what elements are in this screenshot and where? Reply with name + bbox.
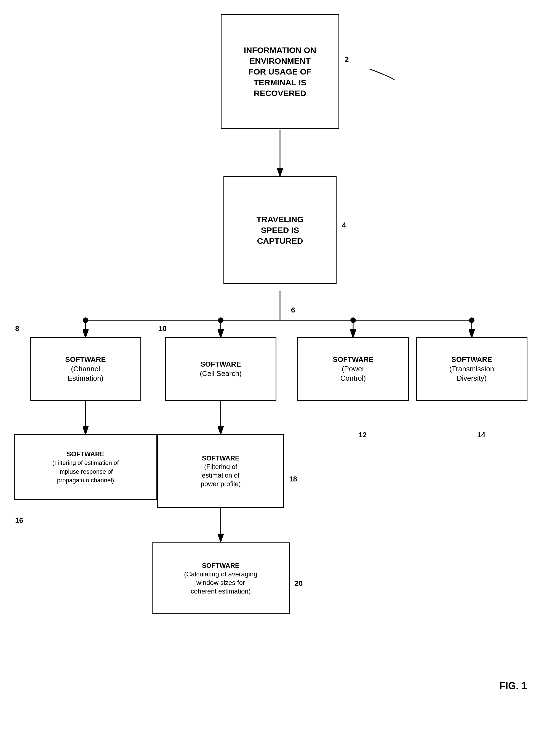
node18-box: SOFTWARE(Filtering ofestimation ofpower …	[157, 434, 284, 508]
label-12: 12	[358, 431, 367, 439]
svg-point-4	[83, 317, 88, 323]
node10-box: SOFTWARE(Cell Search)	[165, 337, 276, 401]
node8-label: SOFTWARE(ChannelEstimation)	[65, 355, 106, 383]
label-16: 16	[15, 516, 23, 525]
svg-point-5	[218, 317, 223, 323]
node20-label: SOFTWARE(Calculating of averagingwindow …	[184, 561, 257, 596]
label-8: 8	[15, 324, 19, 333]
node10-label: SOFTWARE(Cell Search)	[200, 360, 242, 379]
node12-label: SOFTWARE(PowerControl)	[333, 355, 373, 383]
node4-label: TRAVELING SPEED IS CAPTURED	[256, 214, 303, 246]
node14-label: SOFTWARE(TransmissionDiversity)	[449, 355, 494, 383]
node12-box: SOFTWARE(PowerControl)	[297, 337, 409, 401]
node4-box: TRAVELING SPEED IS CAPTURED	[223, 176, 337, 284]
label-20: 20	[295, 579, 303, 588]
svg-point-6	[350, 317, 356, 323]
node20-box: SOFTWARE(Calculating of averagingwindow …	[152, 542, 290, 614]
node14-box: SOFTWARE(TransmissionDiversity)	[416, 337, 528, 401]
label-18: 18	[289, 475, 297, 483]
label-4: 4	[342, 221, 346, 229]
label-14: 14	[477, 431, 485, 439]
node2-label: INFORMATION ON ENVIRONMENT FOR USAGE OF …	[244, 45, 316, 99]
label-6: 6	[291, 306, 295, 314]
label-10: 10	[159, 324, 167, 333]
diagram: INFORMATION ON ENVIRONMENT FOR USAGE OF …	[0, 0, 560, 747]
svg-point-7	[469, 317, 475, 323]
node18-label: SOFTWARE(Filtering ofestimation ofpower …	[201, 454, 241, 488]
node16-box: SOFTWARE(Filtering of estimation ofimplu…	[14, 434, 157, 500]
node16-label: SOFTWARE(Filtering of estimation ofimplu…	[52, 450, 119, 485]
node2-box: INFORMATION ON ENVIRONMENT FOR USAGE OF …	[221, 15, 339, 129]
node8-box: SOFTWARE(ChannelEstimation)	[30, 337, 141, 401]
figure-label: FIG. 1	[499, 680, 527, 692]
label-2: 2	[345, 55, 349, 64]
